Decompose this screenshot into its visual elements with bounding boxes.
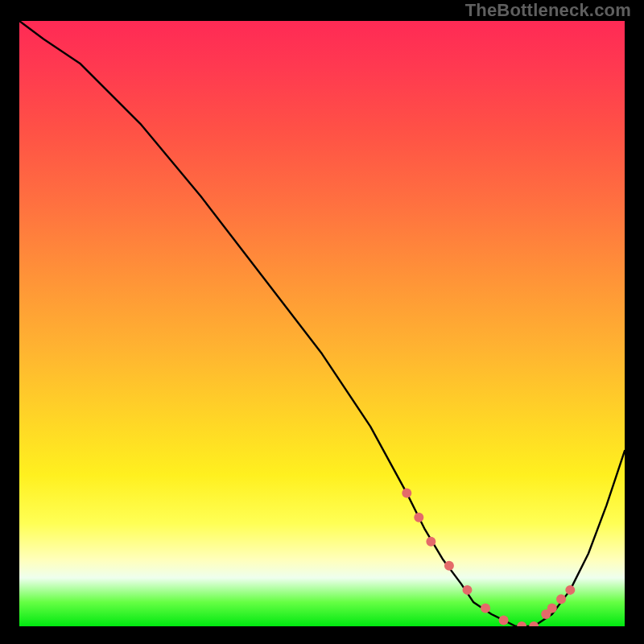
curve-marker (414, 513, 423, 522)
curve-marker (481, 603, 490, 613)
watermark-text: TheBottleneck.com (465, 0, 631, 21)
curve-marker (499, 615, 509, 625)
chart-svg (19, 21, 625, 626)
bottleneck-curve-line (19, 21, 625, 626)
plot-area (19, 21, 625, 626)
curve-marker (517, 621, 526, 626)
curve-marker (565, 585, 575, 595)
curve-marker (462, 585, 472, 595)
chart-frame: TheBottleneck.com (0, 0, 644, 644)
curve-markers (402, 489, 575, 626)
curve-marker (547, 603, 557, 613)
curve-marker (402, 489, 411, 498)
curve-marker (426, 537, 436, 547)
curve-marker (444, 561, 454, 571)
curve-marker (529, 621, 539, 626)
curve-marker (556, 594, 566, 604)
